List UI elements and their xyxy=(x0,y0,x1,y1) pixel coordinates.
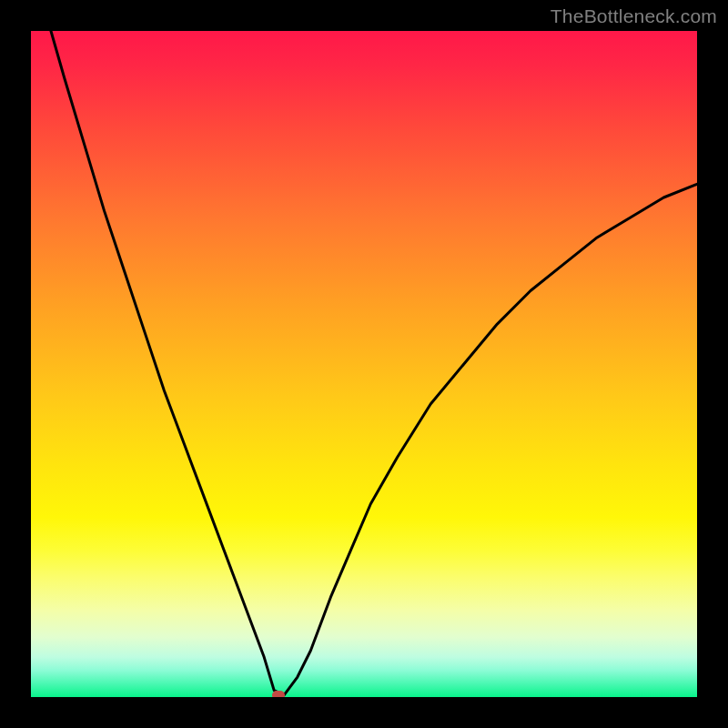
minimum-marker xyxy=(272,691,285,697)
curve-layer xyxy=(31,31,697,697)
plot-area xyxy=(31,31,697,697)
bottleneck-curve xyxy=(51,31,697,695)
watermark-text: TheBottleneck.com xyxy=(551,5,717,27)
chart-frame: TheBottleneck.com xyxy=(0,0,728,728)
